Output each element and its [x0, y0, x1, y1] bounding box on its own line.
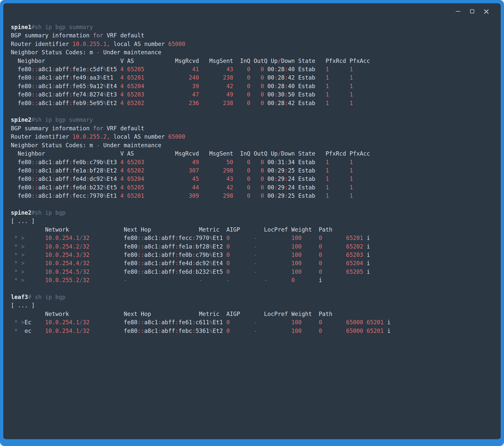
maximize-button[interactable]: [468, 8, 476, 15]
terminal-line: BGP summary information for VRF default: [11, 31, 498, 40]
terminal-line: fe80::a8c1:abff:fe74:8274%Et3 4 65203 47…: [11, 90, 498, 99]
terminal-line: fe80::a8c1:abff:fe4d:dc92%Et4 4 65204 45…: [11, 175, 498, 183]
terminal-line: Neighbor Status Codes: m - Under mainten…: [11, 141, 498, 150]
terminal-line: * > 10.0.254.2/32 fe80::a8c1:abff:fe1a:b…: [11, 242, 498, 251]
terminal-line: * > 10.0.254.4/32 fe80::a8c1:abff:fe4d:d…: [11, 259, 498, 267]
terminal-line: BGP summary information for VRF default: [11, 124, 498, 133]
terminal-line: fe80::a8c1:abff:feb9:5e95%Et2 4 65202 23…: [11, 99, 498, 107]
terminal-line: [ ... ]: [11, 217, 498, 225]
terminal-window: × spine1#sh ip bgp summaryBGP summary in…: [3, 3, 501, 439]
terminal-line: Network Next Hop Metric AIGP LocPref Wei…: [11, 226, 498, 234]
terminal-line: * ec 10.0.254.1/32 fe80::a8c1:abff:febc:…: [11, 327, 498, 335]
terminal-line: fe80::a8c1:abff:fe65:9a12%Et4 4 65204 39…: [11, 82, 498, 90]
terminal-line: fe80::a8c1:abff:fe49:aa3%Et1 4 65201 240…: [11, 73, 498, 82]
terminal-line: spine2#sh ip bgp summary: [11, 116, 498, 124]
maximize-icon: [470, 9, 474, 13]
terminal-line: * > 10.0.255.2/32 - - - - 0 i: [11, 276, 498, 284]
terminal-line: [ ... ]: [11, 301, 498, 310]
terminal-line: Neighbor V AS MsgRcvd MsgSent InQ OutQ U…: [11, 150, 498, 158]
terminal-line: [11, 107, 498, 116]
minimize-icon: [456, 11, 460, 12]
terminal-line: [11, 200, 498, 209]
terminal-line: spine1#sh ip bgp summary: [11, 23, 498, 31]
window-frame: × spine1#sh ip bgp summaryBGP summary in…: [0, 0, 504, 446]
terminal-line: spine2#sh ip bgp: [11, 209, 498, 217]
terminal-output: spine1#sh ip bgp summaryBGP summary info…: [3, 19, 501, 439]
terminal-line: * >Ec 10.0.254.1/32 fe80::a8c1:abff:fe61…: [11, 318, 498, 327]
terminal-line: fe80::a8c1:abff:fe1a:bf28%Et2 4 65202 30…: [11, 166, 498, 175]
terminal-line: Neighbor V AS MsgRcvd MsgSent InQ OutQ U…: [11, 57, 498, 65]
terminal-line: fe80::a8c1:abff:fecc:7970%Et1 4 65201 30…: [11, 192, 498, 200]
titlebar: ×: [3, 3, 501, 19]
terminal-line: Router identifier 10.0.255.2, local AS n…: [11, 133, 498, 141]
terminal-line: leaf3# sh ip bgp: [11, 293, 498, 301]
terminal-line: Router identifier 10.0.255.1, local AS n…: [11, 40, 498, 48]
terminal-line: Neighbor Status Codes: m - Under mainten…: [11, 48, 498, 57]
terminal-line: * > 10.0.254.5/32 fe80::a8c1:abff:fe6d:b…: [11, 268, 498, 276]
minimize-button[interactable]: [454, 8, 462, 15]
terminal-line: [11, 285, 498, 293]
terminal-line: fe80::a8c1:abff:fe0b:c79b%Et3 4 65203 49…: [11, 158, 498, 166]
close-button[interactable]: ×: [483, 8, 490, 15]
terminal-line: fe80::a8c1:abff:fe1e:c5df%Et5 4 65205 41…: [11, 65, 498, 73]
terminal-line: fe80::a8c1:abff:fe6d:b232%Et5 4 65205 44…: [11, 183, 498, 192]
close-icon: ×: [483, 7, 490, 15]
terminal-line: * > 10.0.254.3/32 fe80::a8c1:abff:fe0b:c…: [11, 251, 498, 259]
terminal-line: * > 10.0.254.1/32 fe80::a8c1:abff:fecc:7…: [11, 234, 498, 242]
terminal-line: Network Next Hop Metric AIGP LocPref Wei…: [11, 310, 498, 318]
